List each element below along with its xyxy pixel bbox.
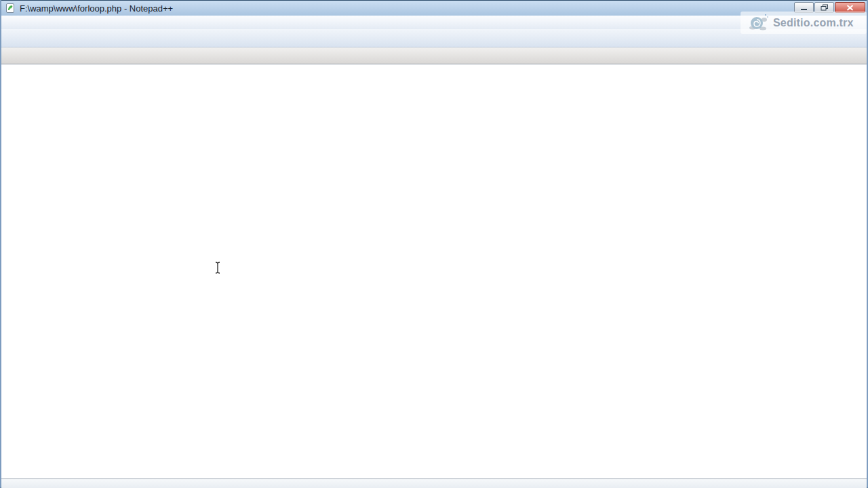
notepad-plus-plus-window: F:\wamp\www\forloop.php - Notepad++ Sedi… [0, 0, 868, 488]
title-bar[interactable]: F:\wamp\www\forloop.php - Notepad++ [1, 0, 867, 16]
tab-bar [1, 47, 867, 64]
status-bar [1, 479, 867, 488]
watermark: Seditio.com.trx [741, 12, 867, 34]
app-icon [5, 3, 16, 14]
mouse-ibeam-cursor [214, 261, 222, 274]
turtle-logo-icon [746, 13, 770, 33]
toolbar [1, 29, 867, 47]
code-editor[interactable] [1, 64, 867, 479]
window-title: F:\wamp\www\forloop.php - Notepad++ [20, 3, 173, 14]
watermark-text: Seditio.com.trx [773, 17, 854, 29]
menu-bar [1, 16, 867, 29]
